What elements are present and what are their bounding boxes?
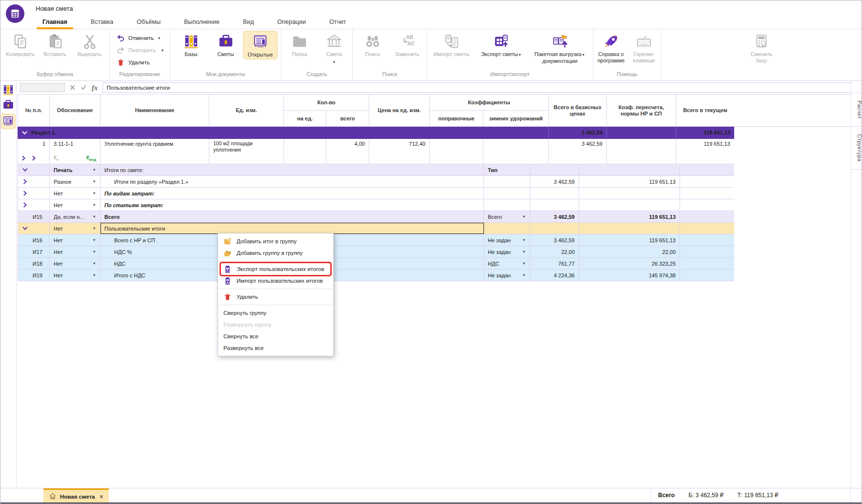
item-name-cell[interactable]: Уплотнение грунта гравием (100, 139, 209, 164)
confirm-entry-icon[interactable] (80, 84, 87, 91)
print-option-dropdown[interactable]: Нет▼ (50, 199, 100, 211)
rail-bases-button[interactable] (2, 83, 15, 96)
menu-item-3[interactable]: Экспорт пользовательских итогов (218, 263, 333, 275)
chevron-right-icon[interactable] (31, 155, 37, 161)
totals-name-cell[interactable]: Всего (100, 211, 484, 222)
row-indicator-cell[interactable] (18, 223, 50, 234)
side-tab-2[interactable]: Структура (851, 127, 862, 170)
ribbon-button-export-grid[interactable]: Экспорт сметы▼ (474, 31, 529, 59)
totals-name-cell[interactable]: Итоги по разделу «Раздел 1.» (100, 176, 484, 187)
ribbon-button-briefcase[interactable]: Сметы (208, 31, 243, 58)
nav-tab-4[interactable]: Выполнение (172, 15, 231, 29)
totals-name-cell[interactable]: Пользовательские итоги (100, 223, 484, 234)
totals-row[interactable]: Нет▼По статьям затрат: (18, 199, 734, 211)
ribbon-button-undo[interactable]: Отменить▼ (117, 33, 161, 44)
totals-name-cell[interactable]: По статьям затрат: (100, 199, 484, 211)
nav-tab-1[interactable]: Главная (31, 15, 79, 29)
totals-row[interactable]: И16Нет▼Всего с НР и СПНе задан▼3 462,591… (18, 234, 734, 246)
menu-item-8[interactable]: Свернуть все (218, 330, 333, 342)
chevron-right-icon[interactable] (22, 202, 28, 208)
chevron-right-icon[interactable] (22, 179, 28, 184)
close-tab-icon[interactable]: × (100, 493, 103, 501)
totals-name-cell[interactable]: Итоги по смете: (100, 164, 484, 175)
totals-row[interactable]: И19Нет▼Итого с НДСНе задан▼4 224,36145 9… (18, 270, 734, 281)
ribbon-button-rocket[interactable]: Справка о программе (595, 31, 628, 65)
document-tab[interactable]: Новая смета × (43, 488, 109, 503)
menu-item-6[interactable]: Свернуть группу (218, 307, 333, 319)
name-box-input[interactable] (20, 83, 65, 92)
print-option-dropdown[interactable]: Нет▼ (50, 223, 100, 234)
chevron-right-icon[interactable] (21, 155, 26, 161)
type-dropdown[interactable]: НДС▼ (484, 258, 530, 269)
fx-icon[interactable]: fx (92, 84, 98, 91)
print-option-dropdown[interactable]: Разное▼ (50, 176, 100, 187)
nav-tab-2[interactable]: Вставка (79, 15, 125, 29)
app-logo-icon[interactable] (6, 4, 24, 23)
formula-input[interactable] (102, 82, 861, 93)
ribbon-button-binders[interactable]: Базы (174, 31, 208, 58)
menu-item-4[interactable]: Импорт пользовательских итогов (218, 275, 333, 287)
ribbon-button-calculator[interactable]: Сменить базу (744, 31, 779, 65)
print-option-dropdown[interactable]: Нет▼ (50, 188, 100, 199)
totals-row[interactable]: И15Да, если н...▼ВсегоВсего▼3 462,59119 … (18, 211, 734, 223)
ribbon-button-import-doc[interactable]: Импорт сметы (429, 31, 474, 58)
side-tab-1[interactable]: Расчет (851, 93, 862, 127)
totals-row[interactable]: Разное▼Итоги по разделу «Раздел 1.»3 462… (18, 176, 734, 188)
row-indicator-cell[interactable]: И16 (18, 234, 50, 246)
print-option-dropdown[interactable]: Нет▼ (50, 246, 100, 257)
cancel-entry-icon[interactable] (69, 84, 76, 91)
row-indicator-cell[interactable] (18, 176, 50, 187)
totals-row[interactable]: Печать▼Итоги по смете:Тип (18, 164, 734, 176)
rail-estimates-button[interactable] (2, 98, 15, 111)
totals-name-cell[interactable]: По видам затрат: (100, 188, 484, 199)
row-indicator-cell[interactable]: И17 (18, 246, 50, 257)
menu-item-2[interactable]: Добавить группу в группу (218, 247, 333, 259)
print-option-dropdown[interactable]: Да, если н...▼ (50, 211, 100, 222)
item-code-cell[interactable]: 3.11-1-1КпКинд (50, 139, 100, 164)
totals-row[interactable]: Нет▼По видам затрат: (18, 188, 734, 199)
type-dropdown[interactable]: Всего▼ (484, 211, 530, 222)
chevron-down-icon[interactable] (22, 167, 28, 173)
totals-row[interactable]: И17Нет▼НДС %Не задан▼22,0022,00 (18, 246, 734, 258)
ribbon-button-paste[interactable]: Вставить (38, 31, 72, 58)
type-dropdown[interactable]: Не задан▼ (484, 234, 530, 246)
row-indicator-cell[interactable]: И18 (18, 258, 50, 269)
ribbon-button-cut[interactable]: Вырезать (72, 31, 107, 58)
nav-tab-3[interactable]: Объёмы (125, 15, 172, 29)
row-indicator-cell[interactable]: И15 (18, 211, 50, 222)
menu-item-9[interactable]: Развернуть все (218, 342, 333, 354)
print-option-dropdown[interactable]: Нет▼ (50, 270, 100, 281)
row-indicator-cell[interactable] (18, 164, 50, 175)
ribbon-button-opendoc[interactable]: Открытые (243, 31, 278, 59)
ribbon-button-replace[interactable]: ABACЗаменить (390, 31, 424, 58)
type-dropdown[interactable]: Не задан▼ (484, 270, 530, 281)
print-option-dropdown[interactable]: Нет▼ (50, 234, 100, 246)
ribbon-button-estate[interactable]: Смета▼ (317, 31, 352, 66)
chevron-down-icon[interactable] (22, 226, 28, 231)
ribbon-button-copy[interactable]: Копировать (3, 31, 38, 58)
section-row[interactable]: Раздел 1.3 462,59119 651,13 (18, 127, 734, 139)
nav-tab-6[interactable]: Операции (266, 15, 318, 29)
print-option-dropdown[interactable]: Печать▼ (50, 164, 100, 175)
chevron-down-icon[interactable] (22, 130, 27, 136)
nav-tab-5[interactable]: Вид (231, 15, 266, 29)
item-row[interactable]: 13.11-1-1КпКиндУплотнение грунта гравием… (18, 139, 734, 164)
ribbon-button-binoculars[interactable]: Поиск (355, 31, 390, 58)
ribbon-button-folder[interactable]: Папка (282, 31, 317, 58)
menu-item-5[interactable]: Удалить (218, 291, 333, 303)
chevron-right-icon[interactable] (22, 191, 28, 196)
menu-item-1[interactable]: Добавить итог в группу (218, 235, 333, 247)
totals-row[interactable]: И18Нет▼НДСНДС▼761,7726 323,25 (18, 258, 734, 270)
ribbon-button-keyboard[interactable]: Горячие клавиши (628, 31, 660, 65)
kp-coef[interactable]: Кп (54, 155, 59, 162)
totals-row[interactable]: Нет▼Пользовательские итоги (18, 223, 734, 234)
ribbon-button-trash[interactable]: Удалить (117, 57, 150, 68)
rail-open-docs-button[interactable] (1, 114, 16, 129)
row-indicator-cell[interactable]: И19 (18, 270, 50, 281)
kind-coef[interactable]: Кинд (86, 155, 96, 162)
type-dropdown[interactable]: Не задан▼ (484, 246, 530, 257)
row-indicator-cell[interactable] (18, 188, 50, 199)
print-option-dropdown[interactable]: Нет▼ (50, 258, 100, 269)
ribbon-button-redo[interactable]: Повторить▼ (117, 45, 164, 56)
nav-tab-7[interactable]: Отчет (318, 15, 358, 29)
